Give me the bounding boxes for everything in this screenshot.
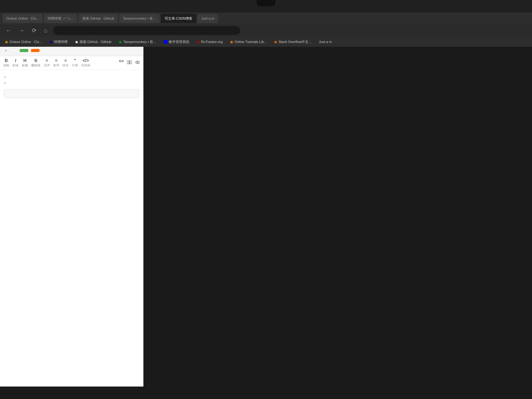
tab-csdn[interactable]: 写文章-CSDN博客 [161,14,196,23]
main-area: ＜ B 加粗 I 斜体 H 标题 [0,45,532,387]
tab-bar: Octave Online · Clo... 哔哩哔哩（'-'つ... 搜索 G… [0,12,532,24]
toolbar-fullscreen[interactable] [119,60,124,66]
back-to-articles[interactable]: ＜ [4,48,9,53]
bookmark-octave[interactable]: ◉ Octave Online · Clo... [2,39,45,45]
article-counter [12,49,17,52]
bookmark-justa[interactable]: Just a m [316,39,334,44]
bookmark-tampermonkey[interactable]: ◉ Tampermonkey • 首... [116,39,158,45]
tab-tampermonkey[interactable]: Tampermonkey • 首... [119,14,159,23]
url-box[interactable] [53,26,240,35]
tab-more[interactable]: Just a m [197,14,218,23]
bookmark-tutorials[interactable]: ◉ Online Tutorials Lib... [228,39,269,45]
svg-rect-4 [130,61,132,64]
back-button[interactable]: ← [4,27,13,35]
editor-panel: ＜ B 加粗 I 斜体 H 标题 [0,45,143,387]
editor-header: ＜ [0,45,143,56]
forward-button[interactable]: → [17,27,26,35]
toolbar-eye[interactable] [135,60,140,66]
svg-rect-0 [119,60,121,62]
code-block [4,89,139,98]
svg-rect-1 [122,60,123,62]
toolbar-bold[interactable]: B 加粗 [3,58,9,68]
tab-octave[interactable]: Octave Online · Clo... [2,14,43,23]
toolbar-quote[interactable]: " 引用 [72,58,78,68]
bookmark-github[interactable]: ◉ 搜索 GitHub · GitHub [73,39,114,45]
bookmark-stackoverflow[interactable]: ◉ Stack Overflow中文... [272,39,314,45]
toolbar-ordered[interactable]: ≡ 有序 [53,58,59,68]
collapse-input[interactable] [4,75,139,79]
save-draft-button[interactable] [20,49,28,52]
camera-notch [257,0,275,6]
toolbar-code[interactable]: </> 代码块 [81,58,90,68]
bookmark-rutracker[interactable]: ◉ RuTracker.org [194,39,225,45]
tab-github[interactable]: 搜索 GitHub · GitHub [79,14,118,23]
editor-toolbar: B 加粗 I 斜体 H 标题 S 删除线 ≡ 无序 ≡ 有序 [0,56,143,70]
svg-point-6 [137,62,138,63]
toolbar-heading[interactable]: H 标题 [22,58,28,68]
svg-rect-3 [127,61,129,64]
publish-button[interactable] [31,49,40,52]
toolbar-italic[interactable]: I 斜体 [12,58,19,68]
collapse-clear[interactable] [4,81,139,85]
home-button[interactable]: ⌂ [42,27,49,35]
editor-content[interactable] [0,70,143,387]
refresh-button[interactable]: ⟳ [30,26,38,35]
toolbar-strikethrough[interactable]: S 删除线 [31,58,41,68]
browser-chrome: Octave Online · Clo... 哔哩哔哩（'-'つ... 搜索 G… [0,0,532,45]
toolbar-split[interactable] [127,60,132,66]
tab-bilibili[interactable]: 哔哩哔哩（'-'つ... [44,14,77,23]
bookmark-jxgl[interactable]: 教学管理系统 [161,39,192,45]
address-bar: ← → ⟳ ⌂ [0,24,532,37]
bookmarks-bar: ◉ Octave Online · Clo... ◉ 哔哩哔哩 ◉ 搜索 Git… [0,37,532,47]
bookmark-bilibili[interactable]: ◉ 哔哩哔哩 [47,39,70,45]
toolbar-todo[interactable]: ≡ 待办 [62,58,69,68]
toolbar-unordered[interactable]: ≡ 无序 [44,58,50,68]
